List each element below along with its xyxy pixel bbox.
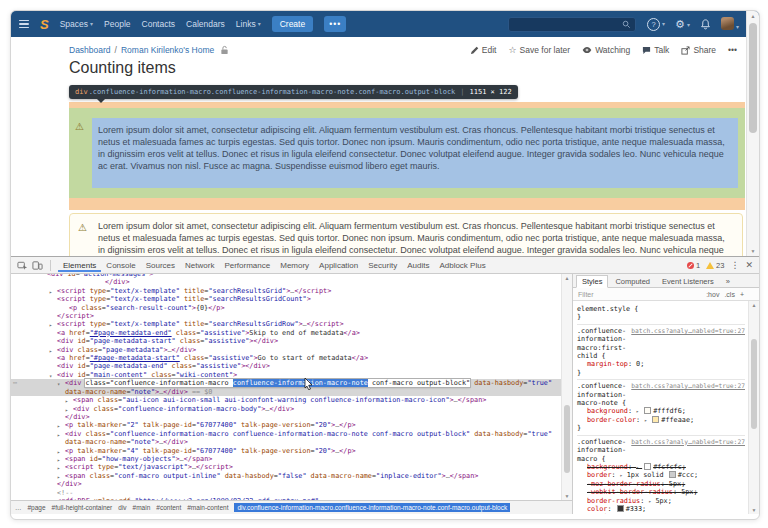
dom-tree-line[interactable]: <!-- xyxy=(11,489,562,497)
css-property[interactable]: border-color: ▸ #ffeaae; xyxy=(577,416,745,424)
create-button[interactable]: Create xyxy=(272,16,314,32)
dom-tree-line[interactable]: <a href="#page-metadata-end" class="assi… xyxy=(11,329,562,337)
dom-tree-line[interactable]: <div id="page-metadata-start" class="ass… xyxy=(11,337,562,345)
styles-filter-input[interactable]: Filter xyxy=(578,291,594,298)
filter-tool[interactable]: + xyxy=(740,291,744,298)
scroll-up-icon[interactable]: ▲ xyxy=(562,275,572,281)
nav-item-calendars[interactable]: Calendars xyxy=(186,19,225,29)
dom-tree-line[interactable]: <p class="search-result-count">{0}</p> xyxy=(11,304,562,312)
css-property[interactable]: border-radius: ▸ 5px; xyxy=(577,497,745,505)
color-swatch[interactable] xyxy=(617,505,624,512)
dom-tree-line[interactable]: ▸<div class="page-metadata">…</div> xyxy=(11,346,562,354)
page-scrollbar-thumb[interactable] xyxy=(749,23,757,133)
expand-arrow-icon[interactable]: ▸ xyxy=(648,498,654,504)
dom-tree-line[interactable]: ▸<p talk-marker="4" talk-page-id="670774… xyxy=(11,447,562,455)
scroll-down-icon[interactable]: ▼ xyxy=(749,507,759,513)
stylesheet-link[interactable]: batch.css?analy…nabled=true:27 xyxy=(631,382,745,390)
expand-arrow-icon[interactable]: ▸ xyxy=(636,408,642,414)
scroll-up-icon[interactable]: ▲ xyxy=(749,302,759,308)
stylesheet-link[interactable]: batch.css?analy…nabled=true:27 xyxy=(631,327,745,335)
nav-item-people[interactable]: People xyxy=(104,19,130,29)
dom-crumb[interactable]: #page xyxy=(28,504,46,511)
dom-crumb[interactable]: #main xyxy=(133,504,151,511)
share-button[interactable]: Share xyxy=(681,45,716,55)
devtools-tab-network[interactable]: Network xyxy=(180,259,219,272)
css-property[interactable]: border: ▸ 1px solid #ccc; xyxy=(577,471,745,479)
styles-tab-event-listeners[interactable]: Event Listeners xyxy=(657,276,719,287)
attribute-edit-box[interactable]: class="confluence-information-macro conf… xyxy=(85,379,470,387)
dom-tree-line[interactable]: </div> xyxy=(11,480,562,488)
devtools-tab-elements[interactable]: Elements xyxy=(58,259,101,272)
save-for-later-button[interactable]: ☆ Save for later xyxy=(508,45,570,55)
breadcrumb-dashboard[interactable]: Dashboard xyxy=(69,45,111,55)
dom-tree-line[interactable]: <a href="#page-metadata-start" class="as… xyxy=(11,354,562,362)
dom-tree-line[interactable]: ▸<span id="how-many-objects">…</span> xyxy=(11,455,562,463)
collapsed-arrow-icon[interactable]: ▸ xyxy=(57,431,60,439)
dom-tree-line[interactable]: ▸<span class="conf-macro output-inline" … xyxy=(11,472,562,480)
devtools-tab-performance[interactable]: Performance xyxy=(219,259,275,272)
watching-button[interactable]: Watching xyxy=(582,45,630,55)
css-property[interactable]: color: #333; xyxy=(577,505,745,513)
page-more-button[interactable]: ••• xyxy=(728,45,737,55)
dom-crumb[interactable]: #main-content xyxy=(187,504,228,511)
scroll-up-icon[interactable]: ▲ xyxy=(747,13,759,19)
color-swatch[interactable] xyxy=(669,471,676,478)
styles-scrollbar-thumb[interactable] xyxy=(751,339,757,428)
css-property[interactable]: margin: ▸ 10px 0 1em 0; xyxy=(577,513,745,514)
devtools-tab-sources[interactable]: Sources xyxy=(141,259,180,272)
dom-tree-line[interactable]: ▸<div class="confluence-information-macr… xyxy=(11,430,562,447)
styles-scrollbar[interactable]: ▲ ▼ xyxy=(748,301,759,514)
notifications-button[interactable] xyxy=(700,19,711,30)
talk-button[interactable]: Talk xyxy=(642,45,669,55)
css-property[interactable]: -moz-border-radius: 5px; xyxy=(577,480,745,488)
css-property[interactable]: background: ▸ #fffdf6; xyxy=(577,407,745,415)
elements-scrollbar-thumb[interactable] xyxy=(564,405,570,473)
nav-item-links[interactable]: Links▾ xyxy=(236,19,261,29)
devtools-tab-application[interactable]: Application xyxy=(314,259,363,272)
dom-crumb[interactable]: #content xyxy=(156,504,181,511)
dom-tree-line[interactable]: ▸<script type="text/javascript">…</scrip… xyxy=(11,463,562,471)
css-property[interactable]: margin-top: 0; xyxy=(577,360,745,368)
unlock-icon[interactable] xyxy=(220,45,229,55)
filter-tool[interactable]: .cls xyxy=(724,291,735,298)
dom-crumb-active[interactable]: div.confluence-information-macro.conflue… xyxy=(234,503,510,512)
dom-tree-line[interactable]: ▸<div class="confluence-information-macr… xyxy=(11,405,562,413)
breadcrumb-home[interactable]: Roman Kirilenko's Home xyxy=(121,45,214,55)
console-errors-badge[interactable]: 1 xyxy=(687,261,700,270)
color-swatch[interactable] xyxy=(652,416,659,423)
devtools-close-icon[interactable]: ✕ xyxy=(745,260,753,270)
devtools-tab-security[interactable]: Security xyxy=(363,259,402,272)
nav-item-spaces[interactable]: Spaces▾ xyxy=(60,19,93,29)
expand-arrow-icon[interactable]: ▸ xyxy=(620,472,626,478)
css-property[interactable]: -webkit-border-radius: 5px; xyxy=(577,488,745,496)
user-menu[interactable]: ▾ xyxy=(721,17,739,32)
dom-tree-line[interactable]: ▾⋯<div class="confluence-information-mac… xyxy=(11,379,562,396)
search-input[interactable] xyxy=(508,17,636,32)
styles-tab-computed[interactable]: Computed xyxy=(610,276,655,287)
dom-tree-line[interactable]: ▸<script type="text/x-template" title="s… xyxy=(11,320,562,328)
styles-tab-styles[interactable]: Styles xyxy=(576,275,608,288)
edit-button[interactable]: Edit xyxy=(470,45,497,55)
expand-arrow-icon[interactable]: ▸ xyxy=(636,464,642,470)
css-selector[interactable]: .confluence-information-macro { xyxy=(577,438,627,463)
app-logo[interactable]: S xyxy=(40,18,49,31)
color-swatch[interactable] xyxy=(644,407,651,414)
dom-tree-line[interactable]: ▸<p talk-marker="2" talk-page-id="670774… xyxy=(11,421,562,429)
nav-item-contacts[interactable]: Contacts xyxy=(142,19,176,29)
expanded-arrow-icon[interactable]: ▾ xyxy=(57,380,60,388)
dom-crumb[interactable]: #full-height-container xyxy=(52,504,113,511)
filter-tool[interactable]: :hov xyxy=(706,291,719,298)
devtools-tab-memory[interactable]: Memory xyxy=(275,259,314,272)
devtools-tab-adblock-plus[interactable]: Adblock Plus xyxy=(434,259,490,272)
tabs-overflow-icon[interactable]: » xyxy=(721,276,735,287)
dom-tree-line[interactable]: ▸<script type="text/x-template" title="s… xyxy=(11,287,562,295)
devtools-tab-console[interactable]: Console xyxy=(101,259,140,272)
expand-arrow-icon[interactable]: ▸ xyxy=(644,417,650,423)
dom-tree-line[interactable]: </div> xyxy=(11,413,562,421)
scroll-down-icon[interactable]: ▼ xyxy=(562,493,572,499)
dom-tree-line[interactable]: </div> xyxy=(11,278,562,286)
inspect-element-icon[interactable] xyxy=(17,260,28,271)
devtools-menu-kebab-icon[interactable]: ⋮ xyxy=(730,260,739,270)
css-selector[interactable]: .confluence-information-macro:first-chil… xyxy=(577,327,627,361)
device-toolbar-icon[interactable] xyxy=(32,260,43,271)
